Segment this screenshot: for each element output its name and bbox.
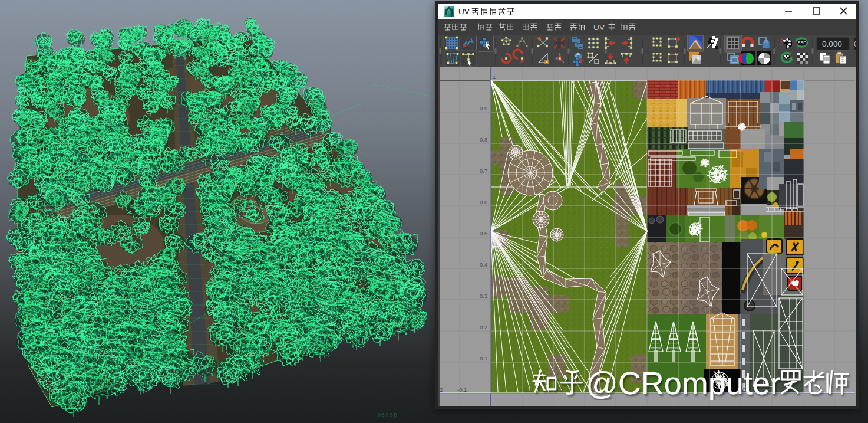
svg-text:-0.1: -0.1: [457, 386, 467, 393]
svg-text:0.1: 0.1: [480, 355, 487, 362]
svg-text:0.3: 0.3: [480, 293, 487, 299]
svg-text:0.6: 0.6: [480, 199, 487, 205]
svg-text:0.: 0.: [854, 40, 856, 48]
svg-text:PSD: PSD: [798, 41, 806, 45]
svg-text:0.4: 0.4: [480, 261, 487, 268]
svg-text:@CRomputer: @CRomputer: [586, 365, 781, 400]
svg-text:0.8: 0.8: [480, 136, 487, 143]
svg-text:0.5: 0.5: [480, 230, 487, 237]
svg-text:U: U: [593, 23, 599, 32]
svg-text:0.9: 0.9: [480, 105, 487, 112]
svg-text:0.2: 0.2: [480, 324, 487, 330]
svg-text:2: 2: [440, 386, 443, 393]
svg-text:0.000: 0.000: [822, 40, 842, 48]
svg-text:1: 1: [493, 74, 496, 80]
svg-text:V: V: [599, 23, 605, 32]
svg-text:UV: UV: [458, 7, 470, 16]
svg-text:0.7: 0.7: [480, 168, 487, 174]
